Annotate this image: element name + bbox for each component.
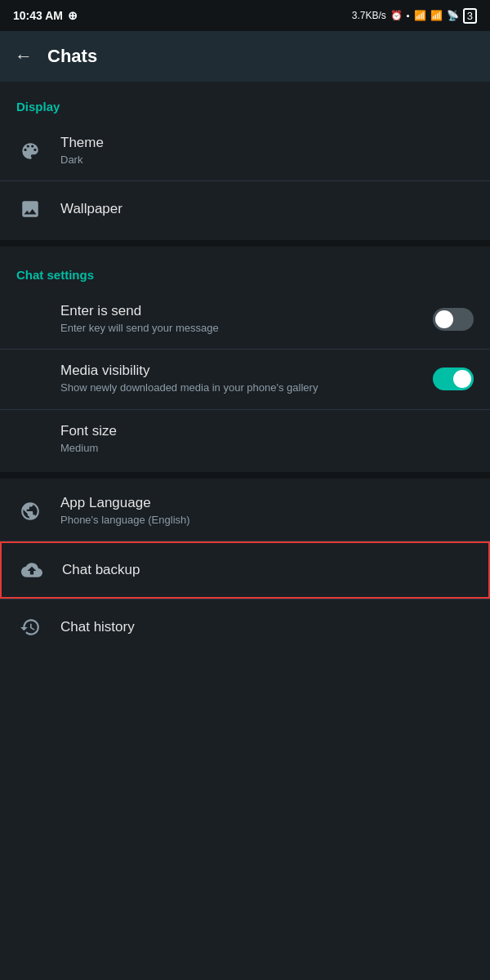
- chat-backup-setting[interactable]: Chat backup: [0, 541, 490, 599]
- font-size-icon: [16, 425, 44, 453]
- chat-settings-label: Chat settings: [0, 250, 490, 290]
- media-visibility-icon: [16, 365, 44, 393]
- enter-is-send-toggle[interactable]: [433, 308, 474, 331]
- history-icon: [16, 613, 44, 641]
- theme-text: Theme Dark: [60, 135, 474, 167]
- chat-backup-text: Chat backup: [62, 562, 472, 578]
- header: ← Chats: [0, 31, 490, 82]
- media-visibility-toggle[interactable]: [433, 368, 474, 390]
- enter-is-send-title: Enter is send: [60, 303, 416, 319]
- theme-title: Theme: [60, 135, 474, 151]
- display-section-label: Display: [0, 82, 490, 122]
- status-bar: 10:43 AM ⊕ 3.7KB/s ⏰ ▪ 📶 📶 📡 3: [0, 0, 490, 31]
- app-language-subtitle: Phone's language (English): [60, 513, 474, 528]
- chat-backup-title: Chat backup: [62, 562, 472, 578]
- toggle-knob-on: [453, 370, 471, 388]
- wallpaper-text: Wallpaper: [60, 201, 474, 217]
- theme-icon: [16, 137, 44, 165]
- status-icons: 3.7KB/s ⏰ ▪ 📶 📶 📡 3: [352, 8, 477, 24]
- enter-is-send-toggle-container[interactable]: [433, 308, 474, 331]
- chat-history-text: Chat history: [60, 619, 474, 635]
- wallpaper-title: Wallpaper: [60, 201, 474, 217]
- backup-icon: [18, 556, 46, 584]
- status-time: 10:43 AM ⊕: [13, 9, 78, 22]
- display-section: Display Theme Dark Wallpaper: [0, 82, 490, 237]
- app-language-title: App Language: [60, 495, 474, 511]
- app-language-setting[interactable]: App Language Phone's language (English): [0, 482, 490, 541]
- app-language-text: App Language Phone's language (English): [60, 495, 474, 528]
- enter-is-send-setting[interactable]: Enter is send Enter key will send your m…: [0, 290, 490, 349]
- page-title: Chats: [47, 46, 97, 67]
- back-button[interactable]: ←: [15, 46, 33, 67]
- globe-icon: [16, 497, 44, 525]
- toggle-knob: [435, 310, 453, 328]
- font-size-text: Font size Medium: [60, 423, 474, 456]
- media-visibility-toggle-container[interactable]: [433, 368, 474, 390]
- chat-history-setting[interactable]: Chat history: [0, 599, 490, 655]
- media-visibility-title: Media visibility: [60, 363, 416, 379]
- settings-content: Display Theme Dark Wallpaper: [0, 82, 490, 655]
- wallpaper-setting[interactable]: Wallpaper: [0, 181, 490, 237]
- bottom-items: App Language Phone's language (English) …: [0, 482, 490, 655]
- font-size-subtitle: Medium: [60, 441, 474, 456]
- theme-setting[interactable]: Theme Dark: [0, 122, 490, 180]
- section-divider-2: [0, 472, 490, 479]
- font-size-title: Font size: [60, 423, 474, 439]
- enter-is-send-subtitle: Enter key will send your message: [60, 321, 416, 336]
- section-divider-1: [0, 240, 490, 247]
- theme-subtitle: Dark: [60, 153, 474, 167]
- enter-is-send-icon: [16, 305, 44, 333]
- media-visibility-text: Media visibility Show newly downloaded m…: [60, 363, 416, 395]
- media-visibility-setting[interactable]: Media visibility Show newly downloaded m…: [0, 350, 490, 408]
- wallpaper-icon: [16, 195, 44, 223]
- enter-is-send-text: Enter is send Enter key will send your m…: [60, 303, 416, 336]
- media-visibility-subtitle: Show newly downloaded media in your phon…: [60, 381, 416, 395]
- chat-settings-section: Chat settings Enter is send Enter key wi…: [0, 250, 490, 469]
- chat-history-title: Chat history: [60, 619, 474, 635]
- font-size-setting[interactable]: Font size Medium: [0, 410, 490, 469]
